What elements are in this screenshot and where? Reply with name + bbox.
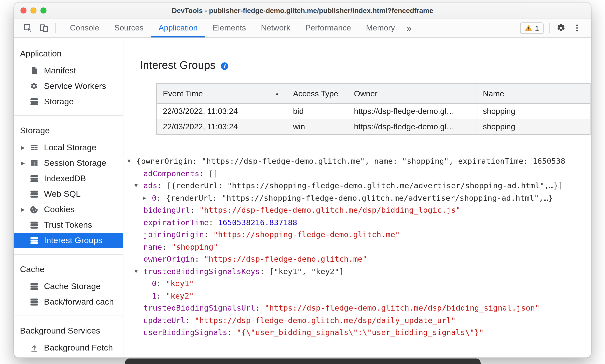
sidebar-item-manifest[interactable]: Manifest: [14, 63, 123, 78]
tree-segment-plain: : ["key1", "key2"]: [260, 267, 344, 276]
info-icon[interactable]: i: [221, 62, 228, 70]
tree-segment-key: joiningOrigin: [143, 230, 204, 239]
sidebar-item-label: Trust Tokens: [44, 220, 92, 230]
tree-segment-plain: :: [157, 279, 166, 288]
table-cell-name: shopping: [477, 119, 590, 134]
sidebar-divider: [14, 316, 123, 316]
sidebar-divider: [14, 115, 123, 116]
disclosure-triangle-icon[interactable]: ▶: [143, 192, 146, 204]
tree-segment-key: name: [143, 242, 162, 251]
tree-row[interactable]: 0: "key1": [123, 278, 591, 290]
settings-gear-icon[interactable]: [554, 20, 568, 35]
warning-badge[interactable]: 1: [520, 22, 544, 34]
disclosure-triangle-icon[interactable]: ▼: [134, 265, 138, 278]
sidebar-item-cache-storage[interactable]: Cache Storage: [14, 279, 123, 294]
table-row[interactable]: 22/03/2022, 11:03:24winhttps://dsp-fledg…: [157, 119, 590, 134]
tree-row[interactable]: ▶0: {renderUrl: "https://shopping-fledge…: [123, 192, 591, 204]
tree-row[interactable]: userBiddingSignals: "{\"user_bidding_sig…: [123, 327, 591, 339]
database-icon: [29, 174, 39, 183]
tree-row[interactable]: biddingUrl: "https://dsp-fledge-demo.gli…: [123, 204, 591, 216]
table-cell-owner: https://dsp-fledge-demo.gl…: [348, 119, 477, 134]
table-cell-name: shopping: [477, 104, 590, 119]
sidebar-item-label: IndexedDB: [44, 174, 86, 183]
service-workers-icon: [29, 81, 39, 91]
sidebar-item-label: Web SQL: [44, 189, 81, 199]
sidebar-item-indexeddb[interactable]: IndexedDB: [14, 171, 123, 186]
tab-memory[interactable]: Memory: [358, 18, 402, 37]
sidebar-item-cookies[interactable]: ▶Cookies: [14, 202, 123, 217]
table-icon: [29, 158, 39, 168]
manifest-icon: [29, 66, 39, 76]
more-tabs-button[interactable]: »: [402, 23, 416, 33]
tree-segment-key: ads: [143, 181, 157, 190]
sidebar-item-trust-tokens[interactable]: Trust Tokens: [14, 217, 123, 233]
tree-segment-plain: : []: [199, 169, 218, 178]
more-options-icon[interactable]: [570, 20, 584, 35]
tree-row[interactable]: expirationTime: 1650538216.837188: [123, 216, 591, 229]
warning-icon: [524, 24, 532, 31]
tab-performance[interactable]: Performance: [298, 18, 358, 37]
tree-segment-key: updateUrl: [143, 316, 185, 325]
column-header-name[interactable]: Name: [477, 84, 590, 104]
close-window-button[interactable]: [20, 7, 26, 13]
sidebar-item-local-storage[interactable]: ▶Local Storage: [14, 140, 123, 155]
table-cell-event-time: 22/03/2022, 11:03:24: [157, 104, 287, 119]
tab-console[interactable]: Console: [62, 18, 107, 37]
database-icon: [29, 220, 39, 230]
tree-segment-key: trustedBiddingSignalsUrl: [143, 304, 255, 313]
tree-segment-key: adComponents: [143, 169, 199, 178]
tree-segment-key: 0: [152, 193, 157, 202]
tree-segment-plain: {ownerOrigin: "https://dsp-fledge-demo.g…: [136, 157, 565, 166]
window-title: DevTools - publisher-fledge-demo.glitch.…: [172, 6, 433, 14]
table-icon: [29, 143, 39, 153]
disclosure-triangle-icon[interactable]: ▼: [127, 155, 131, 168]
column-header-owner[interactable]: Owner: [348, 84, 477, 104]
zoom-window-button[interactable]: [40, 7, 46, 13]
tree-row[interactable]: ▼trustedBiddingSignalsKeys: ["key1", "ke…: [123, 265, 591, 278]
tree-row[interactable]: adComponents: []: [123, 168, 591, 180]
toolbar-divider: [549, 23, 550, 33]
tree-row[interactable]: trustedBiddingSignalsUrl: "https://dsp-f…: [123, 302, 591, 314]
tree-row[interactable]: ▼{ownerOrigin: "https://dsp-fledge-demo.…: [123, 155, 591, 168]
sidebar-item-session-storage[interactable]: ▶Session Storage: [14, 155, 123, 171]
warning-count: 1: [535, 24, 539, 32]
disclosure-triangle-icon[interactable]: ▼: [134, 180, 138, 192]
macos-dock: [125, 359, 480, 364]
tree-row[interactable]: joiningOrigin: "https://shopping-fledge-…: [123, 229, 591, 241]
sidebar-divider: [14, 254, 123, 255]
inspect-element-icon[interactable]: [21, 20, 35, 35]
tree-segment-key: 0: [152, 279, 157, 288]
device-toolbar-icon[interactable]: [37, 20, 51, 35]
tab-application[interactable]: Application: [151, 18, 205, 37]
tab-elements[interactable]: Elements: [205, 18, 253, 37]
expand-arrow-icon[interactable]: ▶: [21, 160, 29, 166]
tree-row[interactable]: 1: "key2": [123, 290, 591, 302]
tree-row[interactable]: updateUrl: "https://dsp-fledge-demo.glit…: [123, 314, 591, 327]
sidebar-item-label: Background Fetch: [44, 343, 113, 353]
column-header-event-time[interactable]: Event Time▲: [157, 84, 287, 104]
sidebar-item-service-workers[interactable]: Service Workers: [14, 78, 123, 94]
titlebar: DevTools - publisher-fledge-demo.glitch.…: [14, 2, 591, 18]
tree-row[interactable]: ▼ads: [{renderUrl: "https://shopping-fle…: [123, 180, 591, 192]
tree-row[interactable]: name: "shopping": [123, 241, 591, 253]
tab-network[interactable]: Network: [254, 18, 298, 37]
tree-row[interactable]: ownerOrigin: "https://dsp-fledge-demo.gl…: [123, 253, 591, 265]
expand-arrow-icon[interactable]: ▶: [21, 207, 29, 212]
table-cell-owner: https://dsp-fledge-demo.gl…: [348, 104, 477, 119]
tab-sources[interactable]: Sources: [107, 18, 151, 37]
sidebar-item-background-fetch[interactable]: Background Fetch: [14, 340, 123, 356]
sidebar-item-interest-groups[interactable]: Interest Groups: [14, 233, 123, 248]
sidebar-item-back-forward-cach[interactable]: Back/forward cach: [14, 294, 123, 310]
table-row[interactable]: 22/03/2022, 11:03:24bidhttps://dsp-fledg…: [157, 104, 590, 119]
column-header-access-type[interactable]: Access Type: [287, 84, 348, 104]
sidebar-item-storage[interactable]: Storage: [14, 94, 123, 109]
expand-arrow-icon[interactable]: ▶: [21, 145, 29, 150]
table-cell-access-type: win: [287, 119, 348, 134]
tree-segment-str: "https://dsp-fledge-demo.glitch.me/dsp/b…: [265, 304, 540, 313]
tree-segment-plain: :: [255, 304, 265, 313]
sidebar-section-cache: Cache: [14, 261, 123, 279]
minimize-window-button[interactable]: [30, 7, 36, 13]
page-title: Interest Groups: [140, 58, 216, 73]
sidebar-item-web-sql[interactable]: Web SQL: [14, 186, 123, 202]
tree-segment-plain: :: [190, 206, 199, 215]
